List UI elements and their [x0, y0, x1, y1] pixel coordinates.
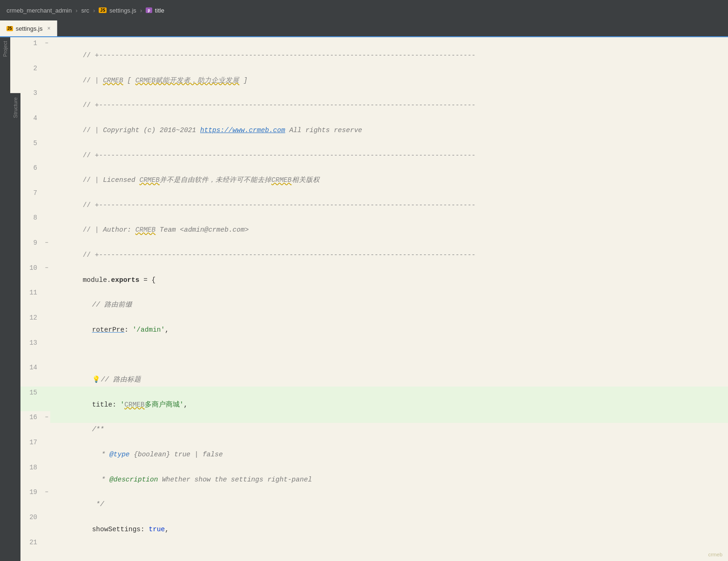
breadcrumb-symbol: title: [155, 7, 164, 14]
line-num-8: 8: [20, 212, 43, 224]
line-num-13: 13: [20, 337, 43, 349]
code-line-15[interactable]: 15 title: 'CRMEB多商户商城',: [20, 387, 728, 412]
fold-16[interactable]: −: [43, 411, 50, 423]
code-line-20: 20 showSettings: true,: [20, 511, 728, 536]
line-num-7: 7: [20, 187, 43, 199]
line-num-16: 16: [20, 411, 43, 423]
line-num-14: 14: [20, 361, 43, 374]
code-line-5: 5 // +----------------------------------…: [20, 137, 728, 162]
code-line-9: 9 − // +--------------------------------…: [20, 237, 728, 262]
fold-19[interactable]: −: [43, 486, 50, 498]
line-num-1: 1: [20, 37, 43, 49]
tab-settings-js[interactable]: JS settings.js ×: [0, 20, 57, 36]
code-line-19: 19 − */: [20, 486, 728, 511]
fold-1[interactable]: −: [43, 37, 50, 49]
code-line-2: 2 // | CRMEB [ CRMEB赋能开发者，助力企业发展 ]: [20, 62, 728, 87]
fold-9[interactable]: −: [43, 237, 50, 249]
structure-label[interactable]: Structure: [13, 94, 18, 122]
code-line-18: 18 * @description Whether show the setti…: [20, 461, 728, 487]
symbol-type-icon: p: [146, 7, 152, 13]
line-num-21: 21: [20, 536, 43, 548]
code-line-4: 4 // | Copyright (c) 2016~2021 https://w…: [20, 112, 728, 137]
line-num-11: 11: [20, 287, 43, 299]
tab-js-icon: JS: [7, 26, 13, 31]
title-bar: crmeb_merchant_admin › src › JS settings…: [0, 0, 728, 20]
code-line-17: 17 * @type {boolean} true | false: [20, 436, 728, 461]
breadcrumb-project[interactable]: crmeb_merchant_admin: [7, 7, 72, 14]
tab-close-button[interactable]: ×: [47, 25, 50, 32]
line-num-15: 15: [20, 387, 43, 399]
project-label[interactable]: Project: [2, 37, 8, 60]
code-line-1: 1 − // +--------------------------------…: [20, 37, 728, 62]
code-line-6: 6 // | Licensed CRMEB并不是自由软件，未经许可不能去掉CRM…: [20, 162, 728, 187]
sep3: ›: [140, 7, 142, 14]
tab-label: settings.js: [16, 25, 43, 32]
sep2: ›: [93, 7, 95, 14]
fold-10[interactable]: −: [43, 262, 50, 274]
code-line-13: 13: [20, 337, 728, 362]
line-num-10: 10: [20, 262, 43, 274]
structure-panel[interactable]: Structure: [10, 93, 20, 561]
line-num-9: 9: [20, 237, 43, 249]
line-num-2: 2: [20, 62, 43, 74]
line-num-6: 6: [20, 162, 43, 174]
line-num-4: 4: [20, 112, 43, 124]
code-line-8: 8 // | Author: CRMEB Team <admin@crmeb.c…: [20, 212, 728, 237]
code-line-3: 3 // +----------------------------------…: [20, 87, 728, 112]
breadcrumb-file[interactable]: settings.js: [109, 7, 136, 14]
line-num-3: 3: [20, 87, 43, 99]
code-area[interactable]: 1 − // +--------------------------------…: [20, 37, 728, 561]
line-num-20: 20: [20, 511, 43, 523]
line-num-18: 18: [20, 461, 43, 474]
code-line-7: 7 // +----------------------------------…: [20, 187, 728, 212]
js-file-icon: JS: [99, 7, 107, 13]
editor-container: Project Structure 1 − // +--------------…: [0, 37, 728, 561]
line-num-17: 17: [20, 436, 43, 448]
code-line-10: 10 − module.exports = {: [20, 262, 728, 287]
line-num-19: 19: [20, 486, 43, 498]
project-panel[interactable]: Project: [0, 37, 10, 561]
code-line-16: 16 − /**: [20, 411, 728, 436]
breadcrumb-folder[interactable]: src: [81, 7, 89, 14]
code-line-14: 14 💡// 路由标题: [20, 361, 728, 387]
code-line-12: 12 roterPre: '/admin',: [20, 312, 728, 337]
code-line-11: 11 // 路由前缀: [20, 287, 728, 312]
code-line-21: 21: [20, 536, 728, 561]
line-num-5: 5: [20, 137, 43, 149]
sep1: ›: [75, 7, 77, 14]
line-content-21: [50, 536, 87, 561]
watermark: crmeb: [708, 552, 722, 557]
line-num-12: 12: [20, 312, 43, 324]
tab-bar: JS settings.js ×: [0, 20, 728, 37]
